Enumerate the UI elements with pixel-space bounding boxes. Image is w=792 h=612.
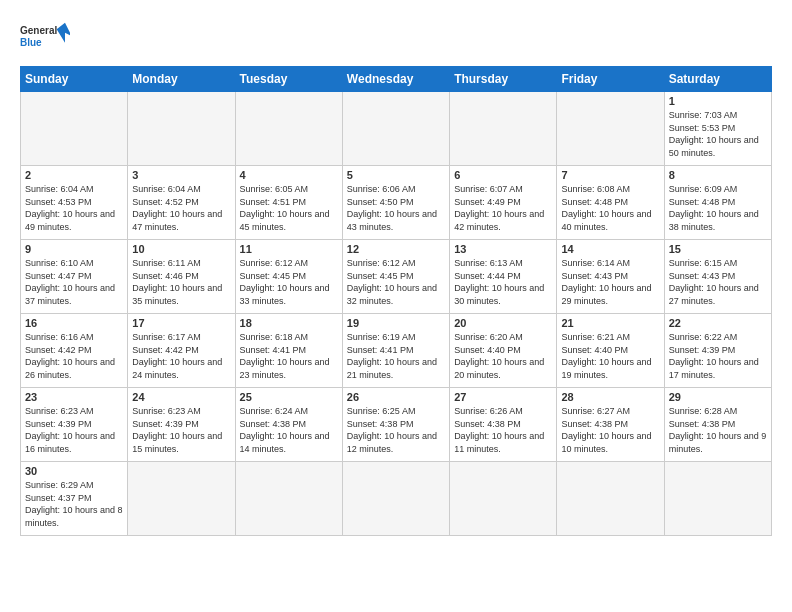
day-info: Sunrise: 6:17 AM Sunset: 4:42 PM Dayligh… bbox=[132, 331, 230, 381]
calendar-cell: 7Sunrise: 6:08 AM Sunset: 4:48 PM Daylig… bbox=[557, 166, 664, 240]
calendar-cell: 1Sunrise: 7:03 AM Sunset: 5:53 PM Daylig… bbox=[664, 92, 771, 166]
calendar-week-row: 16Sunrise: 6:16 AM Sunset: 4:42 PM Dayli… bbox=[21, 314, 772, 388]
day-info: Sunrise: 6:23 AM Sunset: 4:39 PM Dayligh… bbox=[132, 405, 230, 455]
calendar-cell bbox=[128, 462, 235, 536]
day-info: Sunrise: 6:09 AM Sunset: 4:48 PM Dayligh… bbox=[669, 183, 767, 233]
calendar-cell: 25Sunrise: 6:24 AM Sunset: 4:38 PM Dayli… bbox=[235, 388, 342, 462]
day-info: Sunrise: 6:22 AM Sunset: 4:39 PM Dayligh… bbox=[669, 331, 767, 381]
calendar-table: SundayMondayTuesdayWednesdayThursdayFrid… bbox=[20, 66, 772, 536]
day-number: 12 bbox=[347, 243, 445, 255]
svg-marker-2 bbox=[57, 23, 70, 43]
day-number: 25 bbox=[240, 391, 338, 403]
svg-text:Blue: Blue bbox=[20, 37, 42, 48]
calendar-cell: 24Sunrise: 6:23 AM Sunset: 4:39 PM Dayli… bbox=[128, 388, 235, 462]
weekday-header-friday: Friday bbox=[557, 67, 664, 92]
day-number: 21 bbox=[561, 317, 659, 329]
calendar-cell bbox=[557, 462, 664, 536]
day-info: Sunrise: 6:12 AM Sunset: 4:45 PM Dayligh… bbox=[240, 257, 338, 307]
day-number: 27 bbox=[454, 391, 552, 403]
weekday-header-sunday: Sunday bbox=[21, 67, 128, 92]
calendar-cell: 15Sunrise: 6:15 AM Sunset: 4:43 PM Dayli… bbox=[664, 240, 771, 314]
day-info: Sunrise: 6:29 AM Sunset: 4:37 PM Dayligh… bbox=[25, 479, 123, 529]
day-info: Sunrise: 6:04 AM Sunset: 4:53 PM Dayligh… bbox=[25, 183, 123, 233]
day-info: Sunrise: 6:14 AM Sunset: 4:43 PM Dayligh… bbox=[561, 257, 659, 307]
calendar-cell: 12Sunrise: 6:12 AM Sunset: 4:45 PM Dayli… bbox=[342, 240, 449, 314]
day-info: Sunrise: 6:11 AM Sunset: 4:46 PM Dayligh… bbox=[132, 257, 230, 307]
day-info: Sunrise: 6:26 AM Sunset: 4:38 PM Dayligh… bbox=[454, 405, 552, 455]
calendar-cell bbox=[664, 462, 771, 536]
calendar-cell bbox=[342, 462, 449, 536]
day-info: Sunrise: 6:15 AM Sunset: 4:43 PM Dayligh… bbox=[669, 257, 767, 307]
weekday-header-saturday: Saturday bbox=[664, 67, 771, 92]
weekday-header-thursday: Thursday bbox=[450, 67, 557, 92]
calendar-cell: 4Sunrise: 6:05 AM Sunset: 4:51 PM Daylig… bbox=[235, 166, 342, 240]
day-number: 28 bbox=[561, 391, 659, 403]
day-info: Sunrise: 6:12 AM Sunset: 4:45 PM Dayligh… bbox=[347, 257, 445, 307]
day-info: Sunrise: 6:06 AM Sunset: 4:50 PM Dayligh… bbox=[347, 183, 445, 233]
calendar-cell bbox=[235, 462, 342, 536]
day-info: Sunrise: 6:07 AM Sunset: 4:49 PM Dayligh… bbox=[454, 183, 552, 233]
page: General Blue SundayMondayTuesdayWednesda… bbox=[0, 0, 792, 612]
calendar-cell: 22Sunrise: 6:22 AM Sunset: 4:39 PM Dayli… bbox=[664, 314, 771, 388]
calendar-week-row: 23Sunrise: 6:23 AM Sunset: 4:39 PM Dayli… bbox=[21, 388, 772, 462]
day-info: Sunrise: 6:16 AM Sunset: 4:42 PM Dayligh… bbox=[25, 331, 123, 381]
day-info: Sunrise: 6:05 AM Sunset: 4:51 PM Dayligh… bbox=[240, 183, 338, 233]
day-info: Sunrise: 7:03 AM Sunset: 5:53 PM Dayligh… bbox=[669, 109, 767, 159]
calendar-cell: 20Sunrise: 6:20 AM Sunset: 4:40 PM Dayli… bbox=[450, 314, 557, 388]
calendar-cell: 29Sunrise: 6:28 AM Sunset: 4:38 PM Dayli… bbox=[664, 388, 771, 462]
calendar-cell: 26Sunrise: 6:25 AM Sunset: 4:38 PM Dayli… bbox=[342, 388, 449, 462]
calendar-cell bbox=[21, 92, 128, 166]
weekday-header-tuesday: Tuesday bbox=[235, 67, 342, 92]
day-number: 11 bbox=[240, 243, 338, 255]
calendar-cell: 17Sunrise: 6:17 AM Sunset: 4:42 PM Dayli… bbox=[128, 314, 235, 388]
calendar-cell: 27Sunrise: 6:26 AM Sunset: 4:38 PM Dayli… bbox=[450, 388, 557, 462]
day-info: Sunrise: 6:13 AM Sunset: 4:44 PM Dayligh… bbox=[454, 257, 552, 307]
calendar-cell bbox=[450, 92, 557, 166]
calendar-cell: 5Sunrise: 6:06 AM Sunset: 4:50 PM Daylig… bbox=[342, 166, 449, 240]
logo: General Blue bbox=[20, 16, 70, 56]
day-number: 24 bbox=[132, 391, 230, 403]
day-number: 15 bbox=[669, 243, 767, 255]
calendar-week-row: 9Sunrise: 6:10 AM Sunset: 4:47 PM Daylig… bbox=[21, 240, 772, 314]
day-info: Sunrise: 6:04 AM Sunset: 4:52 PM Dayligh… bbox=[132, 183, 230, 233]
day-info: Sunrise: 6:18 AM Sunset: 4:41 PM Dayligh… bbox=[240, 331, 338, 381]
calendar-cell: 16Sunrise: 6:16 AM Sunset: 4:42 PM Dayli… bbox=[21, 314, 128, 388]
weekday-header-wednesday: Wednesday bbox=[342, 67, 449, 92]
calendar-cell: 13Sunrise: 6:13 AM Sunset: 4:44 PM Dayli… bbox=[450, 240, 557, 314]
day-info: Sunrise: 6:20 AM Sunset: 4:40 PM Dayligh… bbox=[454, 331, 552, 381]
calendar-cell: 23Sunrise: 6:23 AM Sunset: 4:39 PM Dayli… bbox=[21, 388, 128, 462]
day-info: Sunrise: 6:08 AM Sunset: 4:48 PM Dayligh… bbox=[561, 183, 659, 233]
day-number: 10 bbox=[132, 243, 230, 255]
day-number: 19 bbox=[347, 317, 445, 329]
header: General Blue bbox=[20, 16, 772, 56]
calendar-cell: 19Sunrise: 6:19 AM Sunset: 4:41 PM Dayli… bbox=[342, 314, 449, 388]
day-number: 1 bbox=[669, 95, 767, 107]
calendar-cell: 9Sunrise: 6:10 AM Sunset: 4:47 PM Daylig… bbox=[21, 240, 128, 314]
day-info: Sunrise: 6:27 AM Sunset: 4:38 PM Dayligh… bbox=[561, 405, 659, 455]
day-info: Sunrise: 6:19 AM Sunset: 4:41 PM Dayligh… bbox=[347, 331, 445, 381]
day-number: 30 bbox=[25, 465, 123, 477]
day-info: Sunrise: 6:25 AM Sunset: 4:38 PM Dayligh… bbox=[347, 405, 445, 455]
calendar-cell: 14Sunrise: 6:14 AM Sunset: 4:43 PM Dayli… bbox=[557, 240, 664, 314]
day-info: Sunrise: 6:23 AM Sunset: 4:39 PM Dayligh… bbox=[25, 405, 123, 455]
day-number: 6 bbox=[454, 169, 552, 181]
day-number: 2 bbox=[25, 169, 123, 181]
day-number: 23 bbox=[25, 391, 123, 403]
calendar-cell: 8Sunrise: 6:09 AM Sunset: 4:48 PM Daylig… bbox=[664, 166, 771, 240]
day-number: 3 bbox=[132, 169, 230, 181]
calendar-cell: 2Sunrise: 6:04 AM Sunset: 4:53 PM Daylig… bbox=[21, 166, 128, 240]
calendar-cell bbox=[450, 462, 557, 536]
calendar-cell bbox=[557, 92, 664, 166]
day-info: Sunrise: 6:24 AM Sunset: 4:38 PM Dayligh… bbox=[240, 405, 338, 455]
day-info: Sunrise: 6:21 AM Sunset: 4:40 PM Dayligh… bbox=[561, 331, 659, 381]
generalblue-logo-icon: General Blue bbox=[20, 16, 70, 56]
day-number: 17 bbox=[132, 317, 230, 329]
weekday-header-monday: Monday bbox=[128, 67, 235, 92]
day-info: Sunrise: 6:28 AM Sunset: 4:38 PM Dayligh… bbox=[669, 405, 767, 455]
day-number: 14 bbox=[561, 243, 659, 255]
day-number: 16 bbox=[25, 317, 123, 329]
calendar-cell: 6Sunrise: 6:07 AM Sunset: 4:49 PM Daylig… bbox=[450, 166, 557, 240]
day-number: 22 bbox=[669, 317, 767, 329]
weekday-header-row: SundayMondayTuesdayWednesdayThursdayFrid… bbox=[21, 67, 772, 92]
day-number: 9 bbox=[25, 243, 123, 255]
